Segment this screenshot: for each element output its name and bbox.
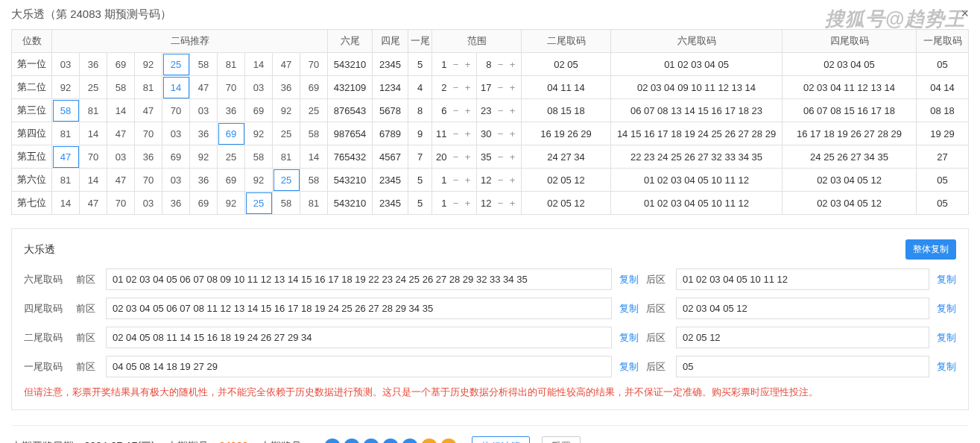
num-cell[interactable]: 58 (300, 169, 328, 192)
minus-icon[interactable]: − (451, 198, 461, 209)
plus-icon[interactable]: + (508, 198, 518, 209)
plus-icon[interactable]: + (508, 128, 518, 139)
minus-icon[interactable]: − (451, 128, 461, 139)
num-cell[interactable]: 58 (245, 145, 273, 169)
back-input[interactable] (676, 268, 929, 290)
back-input[interactable] (676, 327, 929, 348)
num-cell[interactable]: 58 (300, 122, 328, 145)
num-cell[interactable]: 70 (135, 169, 162, 192)
num-cell[interactable]: 58 (273, 192, 300, 215)
num-cell[interactable]: 47 (190, 76, 218, 99)
copy-button[interactable]: 复制 (937, 273, 956, 286)
plus-icon[interactable]: + (463, 175, 473, 186)
num-cell[interactable]: 69 (300, 76, 328, 99)
num-cell[interactable]: 92 (135, 53, 162, 76)
num-cell[interactable]: 03 (190, 99, 218, 122)
back-input[interactable] (676, 298, 929, 319)
num-cell[interactable]: 81 (135, 76, 162, 99)
front-input[interactable] (106, 356, 612, 377)
num-cell[interactable]: 25 (273, 169, 300, 192)
num-cell[interactable]: 47 (273, 53, 300, 76)
num-cell[interactable]: 69 (190, 192, 218, 215)
num-cell[interactable]: 92 (52, 76, 80, 99)
num-cell[interactable]: 81 (300, 192, 328, 215)
num-cell[interactable]: 81 (80, 99, 107, 122)
num-cell[interactable]: 36 (135, 145, 162, 169)
copy-button[interactable]: 复制 (619, 331, 639, 345)
num-cell[interactable]: 92 (218, 192, 245, 215)
copy-button[interactable]: 复制 (937, 360, 956, 374)
num-cell[interactable]: 36 (80, 53, 107, 76)
minus-icon[interactable]: − (496, 82, 506, 93)
minus-icon[interactable]: − (496, 128, 506, 139)
num-cell[interactable]: 25 (162, 53, 190, 76)
num-cell[interactable]: 03 (107, 145, 135, 169)
plus-icon[interactable]: + (463, 151, 473, 163)
num-cell[interactable]: 92 (245, 122, 273, 145)
num-cell[interactable]: 03 (135, 192, 162, 215)
minus-icon[interactable]: − (496, 198, 506, 209)
plus-icon[interactable]: + (508, 175, 518, 186)
front-input[interactable] (106, 298, 612, 319)
num-cell[interactable]: 47 (52, 145, 80, 169)
copy-button[interactable]: 复制 (619, 302, 639, 315)
minus-icon[interactable]: − (451, 59, 461, 70)
num-cell[interactable]: 69 (245, 99, 273, 122)
plus-icon[interactable]: + (463, 59, 473, 70)
num-cell[interactable]: 70 (107, 192, 135, 215)
num-cell[interactable]: 81 (52, 122, 80, 145)
num-cell[interactable]: 47 (107, 122, 135, 145)
plus-icon[interactable]: + (508, 59, 518, 70)
front-input[interactable] (106, 327, 612, 348)
num-cell[interactable]: 14 (245, 53, 273, 76)
plus-icon[interactable]: + (508, 105, 518, 116)
num-cell[interactable]: 25 (300, 99, 328, 122)
plus-icon[interactable]: + (463, 198, 473, 209)
num-cell[interactable]: 81 (273, 145, 300, 169)
num-cell[interactable]: 70 (300, 53, 328, 76)
minus-icon[interactable]: − (496, 175, 506, 186)
back-input[interactable] (676, 356, 929, 377)
plus-icon[interactable]: + (463, 128, 473, 139)
copy-all-button[interactable]: 整体复制 (905, 239, 956, 260)
front-input[interactable] (106, 268, 612, 290)
num-cell[interactable]: 81 (218, 53, 245, 76)
num-cell[interactable]: 03 (52, 53, 80, 76)
num-cell[interactable]: 92 (190, 145, 218, 169)
num-cell[interactable]: 69 (107, 53, 135, 76)
plus-icon[interactable]: + (508, 151, 518, 163)
num-cell[interactable]: 14 (162, 76, 190, 99)
minus-icon[interactable]: − (496, 105, 506, 116)
num-cell[interactable]: 70 (80, 145, 107, 169)
num-cell[interactable]: 36 (218, 99, 245, 122)
num-cell[interactable]: 92 (245, 169, 273, 192)
copy-button[interactable]: 复制 (937, 331, 956, 345)
plus-icon[interactable]: + (508, 82, 518, 93)
num-cell[interactable]: 69 (218, 169, 245, 192)
num-cell[interactable]: 70 (135, 122, 162, 145)
num-cell[interactable]: 47 (80, 192, 107, 215)
minus-icon[interactable]: − (451, 175, 461, 186)
num-cell[interactable]: 47 (107, 169, 135, 192)
num-cell[interactable]: 36 (190, 169, 218, 192)
num-cell[interactable]: 03 (162, 122, 190, 145)
num-cell[interactable]: 81 (52, 169, 80, 192)
minus-icon[interactable]: − (496, 151, 506, 163)
num-cell[interactable]: 14 (80, 122, 107, 145)
minus-icon[interactable]: − (451, 105, 461, 116)
num-cell[interactable]: 14 (300, 145, 328, 169)
num-cell[interactable]: 14 (107, 99, 135, 122)
minus-icon[interactable]: − (496, 59, 506, 70)
num-cell[interactable]: 36 (273, 76, 300, 99)
num-cell[interactable]: 14 (52, 192, 80, 215)
copy-button[interactable]: 复制 (619, 273, 639, 286)
plus-icon[interactable]: + (463, 82, 473, 93)
copy-button[interactable]: 复制 (619, 360, 639, 374)
num-cell[interactable]: 25 (245, 192, 273, 215)
num-cell[interactable]: 70 (218, 76, 245, 99)
num-cell[interactable]: 03 (245, 76, 273, 99)
num-cell[interactable]: 58 (107, 76, 135, 99)
num-cell[interactable]: 25 (80, 76, 107, 99)
execute-button[interactable]: 执行计算 (472, 436, 530, 443)
close-icon[interactable]: × (961, 6, 969, 22)
